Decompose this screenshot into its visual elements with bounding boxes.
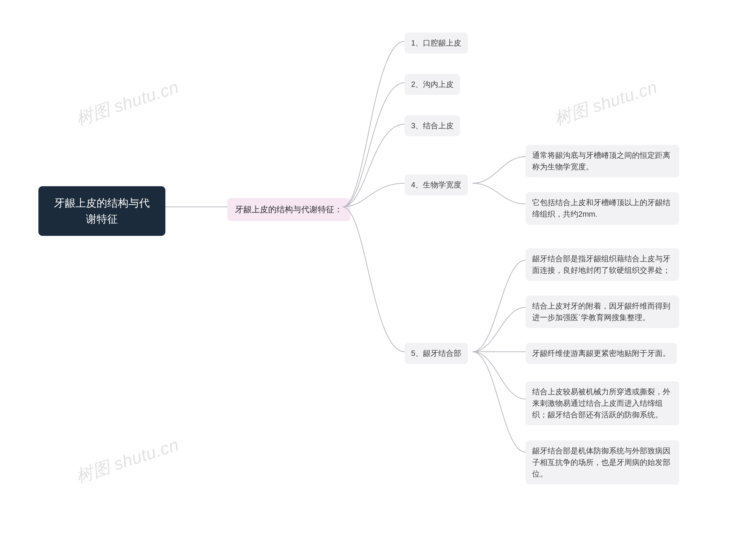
root-node-label: 牙龈上皮的结构与代谢特征: [50, 195, 154, 227]
item-1[interactable]: 1、口腔龈上皮: [405, 32, 468, 53]
junction-detail-4[interactable]: 结合上皮较易被机械力所穿透或撕裂，外来刺激物易通过结合上皮而进入结缔组织；龈牙结…: [526, 381, 679, 425]
biowidth-detail-2[interactable]: 它包括结合上皮和牙槽嵴顶以上的牙龈结缔组织，共约2mm.: [526, 192, 679, 225]
junction-detail-5-label: 龈牙结合部是机体防御系统与外部致病因子相互抗争的场所，也是牙周病的始发部位。: [532, 445, 673, 480]
junction-detail-3-label: 牙龈纤维使游离龈更紧密地贴附于牙面。: [532, 348, 670, 359]
biowidth-detail-2-label: 它包括结合上皮和牙槽嵴顶以上的牙龈结缔组织，共约2mm.: [532, 197, 673, 220]
junction-detail-5[interactable]: 龈牙结合部是机体防御系统与外部致病因子相互抗争的场所，也是牙周病的始发部位。: [526, 440, 679, 484]
sub-node[interactable]: 牙龈上皮的结构与代谢特征：: [227, 198, 350, 221]
watermark: 树图 shutu.cn: [551, 76, 660, 131]
junction-detail-1[interactable]: 龈牙结合部是指牙龈组织藉结合上皮与牙面连接，良好地封闭了软硬组织交界处；: [526, 248, 679, 281]
junction-detail-2[interactable]: 结合上皮对牙的附着，因牙龈纤维而得到进一步加强医`学教育网搜集整理。: [526, 296, 679, 328]
watermark: 树图 shutu.cn: [73, 76, 182, 131]
item-5[interactable]: 5、龈牙结合部: [405, 343, 468, 364]
item-2[interactable]: 2、沟内上皮: [405, 74, 460, 95]
root-node[interactable]: 牙龈上皮的结构与代谢特征: [38, 186, 165, 236]
item-3-label: 3、结合上皮: [411, 120, 454, 131]
item-1-label: 1、口腔龈上皮: [411, 37, 461, 49]
biowidth-detail-1-label: 通常将龈沟底与牙槽嵴顶之间的恒定距离称为生物学宽度。: [532, 149, 673, 173]
mindmap-canvas: 树图 shutu.cn 树图 shutu.cn 树图 shutu.cn 树图 s…: [0, 0, 756, 548]
item-2-label: 2、沟内上皮: [411, 79, 454, 90]
junction-detail-3[interactable]: 牙龈纤维使游离龈更紧密地贴附于牙面。: [526, 343, 677, 364]
item-5-label: 5、龈牙结合部: [411, 348, 461, 359]
item-4[interactable]: 4、生物学宽度: [405, 174, 468, 195]
watermark: 树图 shutu.cn: [73, 433, 182, 488]
junction-detail-1-label: 龈牙结合部是指牙龈组织藉结合上皮与牙面连接，良好地封闭了软硬组织交界处；: [532, 253, 673, 276]
biowidth-detail-1[interactable]: 通常将龈沟底与牙槽嵴顶之间的恒定距离称为生物学宽度。: [526, 145, 679, 177]
junction-detail-4-label: 结合上皮较易被机械力所穿透或撕裂，外来刺激物易通过结合上皮而进入结缔组织；龈牙结…: [532, 386, 673, 421]
item-4-label: 4、生物学宽度: [411, 179, 461, 191]
item-3[interactable]: 3、结合上皮: [405, 115, 460, 136]
sub-node-label: 牙龈上皮的结构与代谢特征：: [235, 203, 343, 216]
junction-detail-2-label: 结合上皮对牙的附着，因牙龈纤维而得到进一步加强医`学教育网搜集整理。: [532, 300, 673, 323]
